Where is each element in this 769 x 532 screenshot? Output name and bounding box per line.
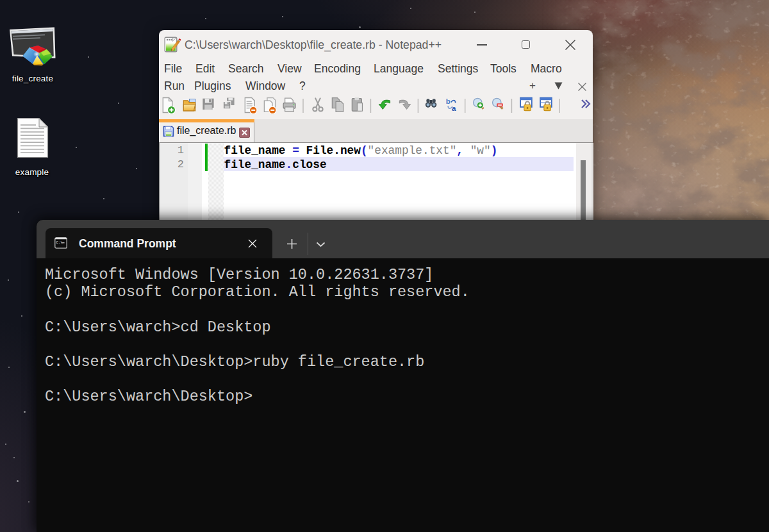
- svg-text:C:\: C:\: [56, 240, 63, 245]
- svg-text:b: b: [446, 97, 451, 105]
- svg-text:a: a: [452, 104, 456, 112]
